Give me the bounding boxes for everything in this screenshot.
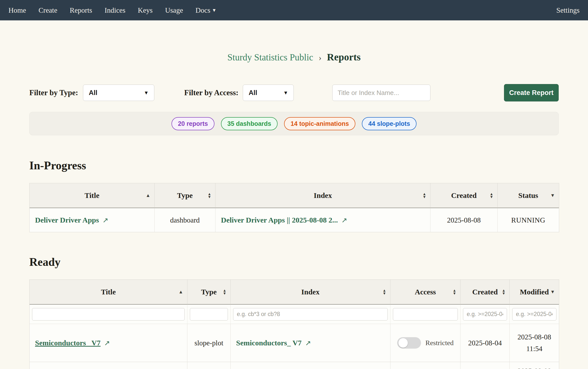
- col-header-type-label: Type: [201, 288, 217, 296]
- chevron-down-icon: ▼: [283, 90, 288, 96]
- nav-docs-label: Docs: [196, 6, 210, 14]
- col-header-index-label: Index: [301, 288, 319, 296]
- chevron-down-icon: ▾: [213, 7, 215, 13]
- created-cell: 2025-08-08: [430, 208, 498, 232]
- col-header-status[interactable]: Status ▼: [498, 183, 559, 208]
- status-cell: RUNNING: [498, 208, 559, 232]
- table-row-partial: 2025-08-08: [30, 362, 559, 369]
- index-filter-cell: [231, 305, 390, 324]
- col-header-index[interactable]: Index ▲▼: [231, 280, 390, 305]
- sort-both-icon: ▲▼: [422, 192, 426, 198]
- sort-desc-icon: ▼: [550, 289, 555, 295]
- nav-home[interactable]: Home: [8, 6, 26, 14]
- col-header-title[interactable]: Title ▲: [30, 280, 187, 305]
- slope-plots-count-badge: 44 slope-plots: [362, 117, 417, 130]
- col-header-type[interactable]: Type ▲▼: [187, 280, 231, 305]
- nav-docs[interactable]: Docs ▾: [196, 6, 216, 14]
- col-header-created-label: Created: [472, 288, 498, 296]
- table-row: Deliver Driver Apps ↗ dashboard Deliver …: [30, 208, 559, 232]
- external-link-icon: ↗: [341, 216, 347, 224]
- col-header-title[interactable]: Title ▲: [30, 183, 155, 208]
- created-filter-input[interactable]: [463, 308, 507, 321]
- search-input[interactable]: [332, 85, 430, 101]
- report-title-link[interactable]: Deliver Driver Apps ↗: [35, 216, 108, 224]
- sort-both-icon: ▲▼: [453, 289, 456, 295]
- type-cell: dashboard: [155, 208, 215, 232]
- col-header-title-label: Title: [84, 191, 99, 199]
- create-report-button[interactable]: Create Report: [504, 84, 559, 101]
- col-header-modified[interactable]: Modified ▼: [510, 280, 559, 305]
- created-filter-cell: [461, 305, 510, 324]
- access-filter-input[interactable]: [393, 308, 458, 321]
- breadcrumb: Sturdy Statistics Public › Reports: [0, 50, 588, 67]
- access-filter-value: All: [249, 89, 257, 97]
- index-link[interactable]: Semiconductors_ V7 ↗: [236, 339, 311, 347]
- type-filter-select[interactable]: All ▼: [83, 85, 154, 101]
- topic-animations-count-badge: 14 topic-animations: [284, 117, 355, 130]
- sort-both-icon: ▲▼: [502, 289, 505, 295]
- external-link-icon: ↗: [104, 339, 110, 347]
- chevron-down-icon: ▼: [144, 90, 149, 96]
- created-cell: [461, 362, 510, 369]
- sort-asc-icon: ▲: [178, 289, 183, 295]
- col-header-status-label: Status: [518, 191, 538, 199]
- nav-usage[interactable]: Usage: [165, 6, 183, 14]
- modified-time: 11:54: [511, 343, 557, 355]
- in-progress-heading: In-Progress: [29, 159, 559, 172]
- nav-keys[interactable]: Keys: [138, 6, 153, 14]
- in-progress-header-row: Title ▲ Type ▲▼ Index ▲▼ Created: [30, 183, 559, 208]
- access-cell: [390, 362, 461, 369]
- access-state-label: Restricted: [425, 339, 454, 347]
- nav-reports[interactable]: Reports: [70, 6, 92, 14]
- sort-both-icon: ▲▼: [223, 289, 226, 295]
- index-cell: [231, 362, 390, 369]
- modified-filter-cell: [510, 305, 559, 324]
- stats-bar: 20 reports 35 dashboards 14 topic-animat…: [29, 112, 559, 135]
- col-header-type[interactable]: Type ▲▼: [155, 183, 215, 208]
- col-header-access-label: Access: [415, 288, 436, 296]
- modified-cell: 2025-08-08 11:54: [510, 324, 559, 362]
- sort-both-icon: ▲▼: [490, 192, 493, 198]
- type-filter-value: All: [89, 89, 97, 97]
- col-header-index[interactable]: Index ▲▼: [215, 183, 430, 208]
- sort-both-icon: ▲▼: [208, 192, 211, 198]
- ready-header-row: Title ▲ Type ▲▼ Index ▲▼ Access: [30, 280, 559, 305]
- report-title-link[interactable]: Semiconductors_ V7 ↗: [35, 339, 110, 347]
- filter-access-label: Filter by Access:: [184, 88, 238, 97]
- modified-filter-input[interactable]: [512, 308, 556, 321]
- main-content: Filter by Type: All ▼ Filter by Access: …: [0, 84, 588, 369]
- in-progress-table: Title ▲ Type ▲▼ Index ▲▼ Created: [29, 183, 559, 232]
- nav-indices[interactable]: Indices: [105, 6, 126, 14]
- title-cell: [30, 362, 187, 369]
- dashboards-count-badge: 35 dashboards: [221, 117, 278, 130]
- col-header-created[interactable]: Created ▲▼: [430, 183, 498, 208]
- access-toggle[interactable]: [397, 337, 421, 349]
- page-title: Reports: [327, 51, 361, 63]
- type-filter-cell: [187, 305, 231, 324]
- col-header-created[interactable]: Created ▲▼: [461, 280, 510, 305]
- title-cell: Deliver Driver Apps ↗: [30, 208, 155, 232]
- breadcrumb-separator-icon: ›: [319, 53, 321, 62]
- ready-filter-row: [30, 305, 559, 324]
- breadcrumb-parent-link[interactable]: Sturdy Statistics Public: [227, 52, 313, 62]
- type-filter-input[interactable]: [190, 308, 228, 321]
- nav-create[interactable]: Create: [39, 6, 57, 14]
- external-link-icon: ↗: [102, 216, 108, 224]
- index-cell: Deliver Driver Apps || 2025-08-08 2... ↗: [215, 208, 430, 232]
- index-link[interactable]: Deliver Driver Apps || 2025-08-08 2... ↗: [221, 216, 347, 224]
- filter-type-label: Filter by Type:: [29, 88, 78, 97]
- sort-asc-icon: ▲: [146, 193, 150, 198]
- nav-settings[interactable]: Settings: [556, 6, 580, 14]
- index-filter-input[interactable]: [233, 308, 388, 321]
- title-filter-input[interactable]: [32, 308, 185, 321]
- top-navbar: Home Create Reports Indices Keys Usage D…: [0, 0, 588, 20]
- col-header-index-label: Index: [314, 191, 332, 199]
- created-cell: 2025-08-04: [461, 324, 510, 362]
- access-cell: Restricted: [390, 324, 461, 362]
- sort-desc-icon: ▼: [550, 193, 555, 198]
- col-header-access[interactable]: Access ▲▼: [390, 280, 461, 305]
- access-filter-select[interactable]: All ▼: [243, 85, 294, 101]
- reports-count-badge: 20 reports: [171, 117, 214, 130]
- type-cell: [187, 362, 231, 369]
- title-cell: Semiconductors_ V7 ↗: [30, 324, 187, 362]
